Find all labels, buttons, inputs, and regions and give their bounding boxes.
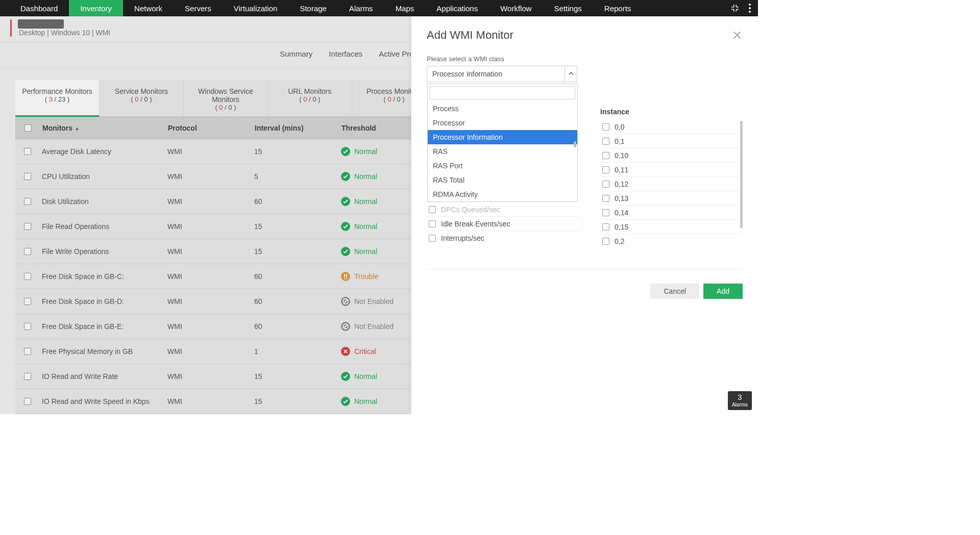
row-checkbox[interactable] — [24, 198, 31, 205]
row-checkbox[interactable] — [24, 273, 31, 280]
col-interval[interactable]: Interval (mins) — [255, 124, 341, 132]
instance-label: Instance — [600, 108, 743, 116]
monitor-tab[interactable]: Service Monitors( 0 / 0 ) — [100, 80, 184, 116]
sort-icon: ▲ — [75, 125, 80, 131]
instance-item[interactable]: 0,14 — [600, 206, 743, 220]
nav-alarms[interactable]: Alarms — [338, 0, 384, 16]
row-checkbox[interactable] — [24, 398, 31, 405]
row-checkbox[interactable] — [24, 148, 31, 155]
instance-checkbox[interactable] — [602, 166, 609, 173]
svg-rect-6 — [344, 274, 345, 277]
instance-item[interactable]: 0,13 — [600, 191, 743, 206]
instance-item[interactable]: 0,12 — [600, 177, 743, 191]
instance-checkbox[interactable] — [602, 152, 609, 159]
instance-checkbox[interactable] — [602, 195, 609, 202]
breadcrumb: Desktop | Windows 10 | WMI — [19, 29, 110, 37]
dropdown-option[interactable]: RDMA Activity — [428, 187, 577, 201]
device-chip — [18, 19, 64, 29]
col-monitors[interactable]: Monitors ▲ — [40, 124, 168, 132]
instance-item[interactable]: 0,1 — [600, 134, 743, 148]
dropdown-option[interactable]: RAS Port — [428, 159, 577, 173]
status-icon — [341, 197, 350, 206]
status-icon — [341, 272, 350, 281]
more-menu-icon[interactable] — [745, 0, 758, 16]
cancel-button[interactable]: Cancel — [650, 284, 699, 299]
instance-checkbox[interactable] — [602, 181, 609, 188]
nav-network[interactable]: Network — [123, 0, 174, 16]
col-protocol[interactable]: Protocol — [168, 124, 255, 132]
nav-settings[interactable]: Settings — [543, 0, 593, 16]
dropdown-search-input[interactable] — [430, 86, 575, 99]
topnav: DashboardInventoryNetworkServersVirtuali… — [0, 0, 758, 16]
instance-checkbox[interactable] — [602, 238, 609, 245]
svg-rect-9 — [346, 278, 347, 279]
instance-scrollbar[interactable] — [740, 121, 743, 228]
counter-checkbox[interactable] — [429, 235, 436, 242]
status-icon — [341, 147, 350, 156]
nav-storage[interactable]: Storage — [288, 0, 338, 16]
instance-list: 0,00,10,100,110,120,130,140,150,2 — [600, 120, 743, 248]
chevron-down-icon[interactable] — [565, 66, 577, 82]
alarms-badge[interactable]: 3 Alarms — [728, 391, 752, 410]
instance-checkbox[interactable] — [602, 123, 609, 131]
row-checkbox[interactable] — [24, 323, 31, 330]
close-icon[interactable] — [731, 30, 743, 41]
row-checkbox[interactable] — [24, 348, 31, 355]
dropdown-option[interactable]: Processor Information — [428, 130, 577, 144]
nav-inventory[interactable]: Inventory — [69, 0, 123, 16]
monitor-tab[interactable]: Performance Monitors( 3 / 23 ) — [15, 80, 100, 117]
panel-title: Add WMI Monitor — [427, 29, 513, 42]
instance-checkbox[interactable] — [602, 138, 609, 145]
nav-workflow[interactable]: Workflow — [489, 0, 543, 16]
row-checkbox[interactable] — [24, 298, 31, 305]
status-icon — [341, 222, 350, 231]
row-checkbox[interactable] — [24, 248, 31, 255]
nav-servers[interactable]: Servers — [174, 0, 223, 16]
nav-virtualization[interactable]: Virtualization — [223, 0, 289, 16]
dropdown-option[interactable]: Process — [428, 101, 577, 116]
nav-maps[interactable]: Maps — [384, 0, 426, 16]
nav-dashboard[interactable]: Dashboard — [9, 0, 69, 16]
select-all-checkbox[interactable] — [24, 124, 32, 132]
status-icon — [341, 247, 350, 256]
counter-checkbox[interactable] — [429, 220, 436, 227]
svg-rect-8 — [344, 278, 345, 279]
add-button[interactable]: Add — [703, 284, 743, 299]
instance-checkbox[interactable] — [602, 223, 609, 231]
dropdown-scrollbar[interactable] — [574, 141, 576, 147]
status-icon — [341, 297, 350, 306]
instance-item[interactable]: 0,10 — [600, 148, 743, 163]
counter-checkbox[interactable] — [429, 206, 436, 213]
counter-item[interactable]: DPCs Queued/sec — [427, 202, 580, 217]
dropdown-option[interactable]: Processor — [428, 116, 577, 130]
subtab-summary[interactable]: Summary — [280, 49, 312, 58]
status-icon — [341, 322, 350, 331]
wmi-class-label: Please select a WMI class — [427, 55, 743, 63]
status-icon — [341, 172, 350, 181]
instance-item[interactable]: 0,11 — [600, 163, 743, 177]
instance-checkbox[interactable] — [602, 209, 609, 216]
nav-reports[interactable]: Reports — [593, 0, 643, 16]
dropdown-option[interactable]: RAS — [428, 144, 577, 159]
subtab-interfaces[interactable]: Interfaces — [329, 49, 362, 58]
counter-item[interactable]: Interrupts/sec — [427, 231, 580, 245]
instance-item[interactable]: 0,2 — [600, 234, 743, 248]
status-icon — [341, 347, 350, 356]
status-icon — [341, 397, 350, 406]
fullscreen-collapse-icon[interactable] — [725, 0, 745, 16]
status-icon — [341, 372, 350, 381]
row-checkbox[interactable] — [24, 373, 31, 380]
nav-applications[interactable]: Applications — [425, 0, 489, 16]
monitor-tab[interactable]: URL Monitors( 0 / 0 ) — [268, 80, 352, 116]
wmi-class-select[interactable]: Processor Information ProcessProcessorPr… — [427, 66, 577, 82]
wmi-class-dropdown: ProcessProcessorProcessor InformationRAS… — [427, 84, 578, 202]
instance-item[interactable]: 0,0 — [600, 120, 743, 134]
instance-item[interactable]: 0,15 — [600, 220, 743, 234]
row-checkbox[interactable] — [24, 173, 31, 180]
counter-item[interactable]: Idle Break Events/sec — [427, 217, 580, 231]
dropdown-option[interactable]: RAS Total — [428, 173, 577, 187]
row-checkbox[interactable] — [24, 223, 31, 230]
status-marker — [10, 19, 12, 37]
monitor-tab[interactable]: Windows Service Monitors( 0 / 0 ) — [184, 80, 268, 116]
add-monitor-panel: Add WMI Monitor Please select a WMI clas… — [411, 16, 758, 414]
